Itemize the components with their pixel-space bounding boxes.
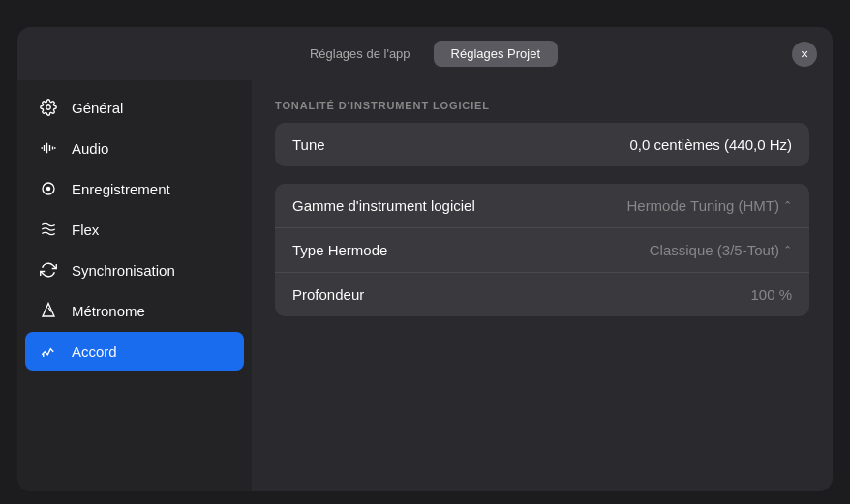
sidebar-item-accord[interactable]: Accord <box>25 332 244 371</box>
tab-project[interactable]: Réglages Projet <box>434 41 559 67</box>
sync-icon <box>39 260 58 280</box>
tune-row: Tune 0,0 centièmes (440,0 Hz) <box>275 123 809 166</box>
profondeur-value: 100 % <box>750 286 792 303</box>
header-tabs: Réglages de l'app Réglages Projet <box>292 41 558 67</box>
metronome-icon <box>39 301 58 320</box>
sidebar-label-general: Général <box>72 100 123 116</box>
gamme-value: Hermode Tuning (HMT) ⌃ <box>626 197 792 214</box>
settings-row-hermode[interactable]: Type Hermode Classique (3/5-Tout) ⌃ <box>275 228 809 273</box>
profondeur-label: Profondeur <box>292 286 364 303</box>
tune-value: 0,0 centièmes (440,0 Hz) <box>629 136 792 153</box>
sidebar-label-enregistrement: Enregistrement <box>72 181 170 197</box>
sidebar-item-enregistrement[interactable]: Enregistrement <box>25 169 244 208</box>
close-button[interactable]: × <box>792 42 817 67</box>
hermode-value: Classique (3/5-Tout) ⌃ <box>650 242 792 258</box>
svg-point-8 <box>46 187 51 192</box>
hermode-label: Type Hermode <box>292 242 387 258</box>
gamme-label: Gamme d'instrument logiciel <box>292 197 475 214</box>
sidebar-label-synchronisation: Synchronisation <box>72 262 175 279</box>
section-label: TONALITÉ D'INSTRUMENT LOGICIEL <box>275 100 809 111</box>
modal-header: Réglages de l'app Réglages Projet × <box>17 27 833 80</box>
sidebar-item-audio[interactable]: Audio <box>25 129 244 167</box>
modal-dialog: Réglages de l'app Réglages Projet × Géné… <box>17 27 833 491</box>
sidebar-item-synchronisation[interactable]: Synchronisation <box>25 251 244 289</box>
tab-app[interactable]: Réglages de l'app <box>292 41 428 67</box>
chevron-icon-gamme: ⌃ <box>783 199 792 212</box>
audio-icon <box>39 138 58 158</box>
tune-label: Tune <box>292 136 325 153</box>
sidebar: Général Audio <box>17 80 252 491</box>
settings-row-profondeur: Profondeur 100 % <box>275 273 809 316</box>
flex-icon <box>39 220 58 239</box>
svg-marker-9 <box>43 304 54 317</box>
sidebar-item-flex[interactable]: Flex <box>25 210 244 249</box>
sidebar-label-audio: Audio <box>72 140 108 157</box>
svg-point-0 <box>46 105 51 110</box>
sidebar-label-flex: Flex <box>72 222 99 238</box>
main-content: TONALITÉ D'INSTRUMENT LOGICIEL Tune 0,0 … <box>252 80 833 491</box>
record-icon <box>39 179 58 198</box>
settings-group: Gamme d'instrument logiciel Hermode Tuni… <box>275 184 809 316</box>
sidebar-item-metronome[interactable]: Métronome <box>25 291 244 330</box>
sidebar-label-metronome: Métronome <box>72 303 145 319</box>
modal-body: Général Audio <box>17 80 833 491</box>
sidebar-item-general[interactable]: Général <box>25 88 244 127</box>
sidebar-label-accord: Accord <box>72 343 117 360</box>
tune-icon <box>39 341 58 361</box>
chevron-icon-hermode: ⌃ <box>783 244 792 256</box>
settings-row-gamme[interactable]: Gamme d'instrument logiciel Hermode Tuni… <box>275 184 809 228</box>
gear-icon <box>39 98 58 117</box>
